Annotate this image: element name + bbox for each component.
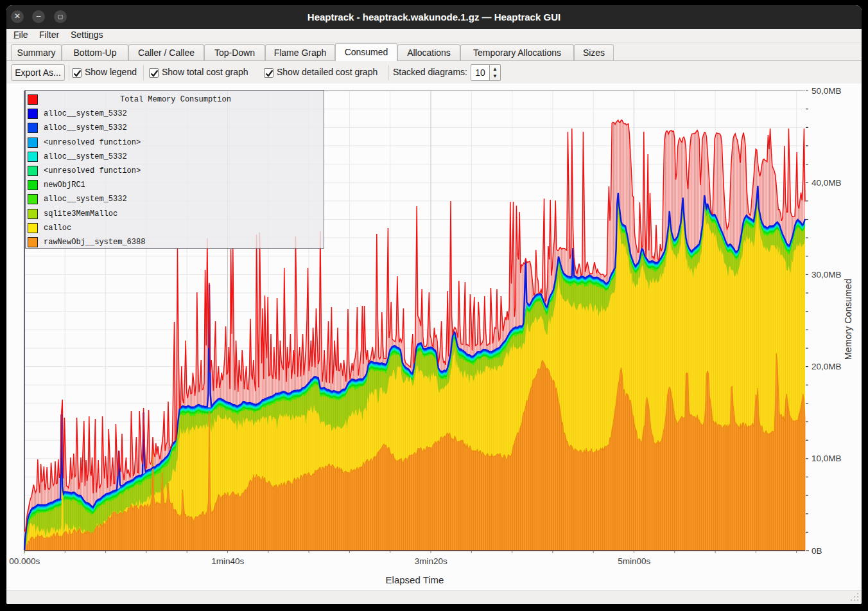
svg-text:0B: 0B <box>812 546 822 556</box>
svg-text:3min20s: 3min20s <box>415 556 447 566</box>
svg-text:30,0MB: 30,0MB <box>812 270 842 279</box>
svg-text:1min40s: 1min40s <box>211 556 244 566</box>
svg-text:20,0MB: 20,0MB <box>812 362 842 371</box>
svg-text:50,0MB: 50,0MB <box>812 86 842 96</box>
svg-text:10,0MB: 10,0MB <box>812 454 842 463</box>
svg-text:Memory Consumed: Memory Consumed <box>843 279 853 360</box>
svg-text:5min00s: 5min00s <box>618 556 650 566</box>
svg-text:Elapsed Time: Elapsed Time <box>386 574 444 585</box>
svg-text:00.000s: 00.000s <box>9 556 40 566</box>
svg-text:40,0MB: 40,0MB <box>812 178 842 188</box>
